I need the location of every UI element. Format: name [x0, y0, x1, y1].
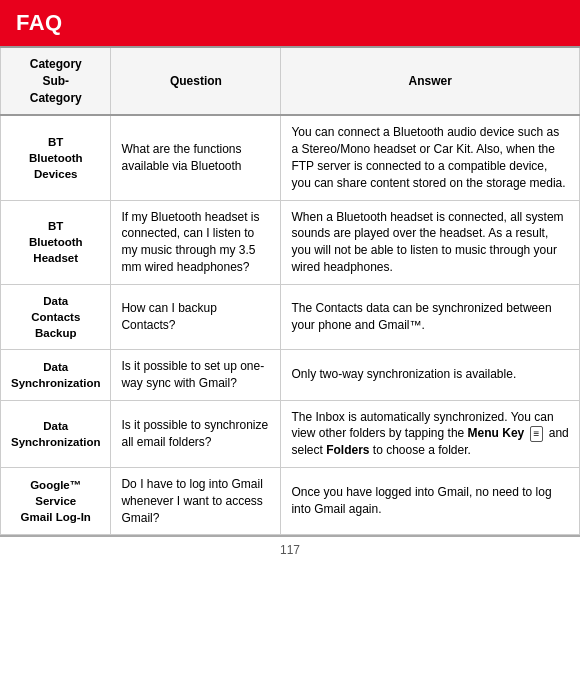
cell-question: If my Bluetooth headset is connected, ca… [111, 200, 281, 284]
faq-table: CategorySub-Category Question Answer BTB… [0, 46, 580, 535]
cell-answer: The Contacts data can be synchronized be… [281, 284, 580, 349]
cell-answer: You can connect a Bluetooth audio device… [281, 115, 580, 200]
cell-answer: Only two-way synchronization is availabl… [281, 350, 580, 401]
cell-category: DataSynchronization [1, 400, 111, 467]
cell-question: Do I have to log into Gmail whenever I w… [111, 468, 281, 535]
table-row: Google™ServiceGmail Log-InDo I have to l… [1, 468, 580, 535]
cell-question: Is it possible to synchronize all email … [111, 400, 281, 467]
table-header-row: CategorySub-Category Question Answer [1, 47, 580, 115]
cell-answer: When a Bluetooth headset is connected, a… [281, 200, 580, 284]
page-number: 117 [0, 535, 580, 563]
table-row: DataSynchronizationIs it possible to set… [1, 350, 580, 401]
col-header-answer: Answer [281, 47, 580, 115]
cell-category: BTBluetoothDevices [1, 115, 111, 200]
cell-question: What are the functions available via Blu… [111, 115, 281, 200]
cell-category: Google™ServiceGmail Log-In [1, 468, 111, 535]
cell-answer: Once you have logged into Gmail, no need… [281, 468, 580, 535]
cell-answer: The Inbox is automatically synchronized.… [281, 400, 580, 467]
page-header: FAQ [0, 0, 580, 46]
menu-key-icon: ≡ [530, 426, 544, 442]
col-header-category: CategorySub-Category [1, 47, 111, 115]
table-row: BTBluetoothDevicesWhat are the functions… [1, 115, 580, 200]
cell-category: BTBluetoothHeadset [1, 200, 111, 284]
menu-key-label: Menu Key [468, 426, 525, 440]
table-row: DataSynchronizationIs it possible to syn… [1, 400, 580, 467]
cell-category: DataSynchronization [1, 350, 111, 401]
table-row: BTBluetoothHeadsetIf my Bluetooth headse… [1, 200, 580, 284]
col-header-question: Question [111, 47, 281, 115]
header-title: FAQ [16, 10, 63, 35]
cell-question: How can I backup Contacts? [111, 284, 281, 349]
table-row: DataContactsBackupHow can I backup Conta… [1, 284, 580, 349]
folders-label: Folders [326, 443, 369, 457]
cell-category: DataContactsBackup [1, 284, 111, 349]
cell-question: Is it possible to set up one-way sync wi… [111, 350, 281, 401]
